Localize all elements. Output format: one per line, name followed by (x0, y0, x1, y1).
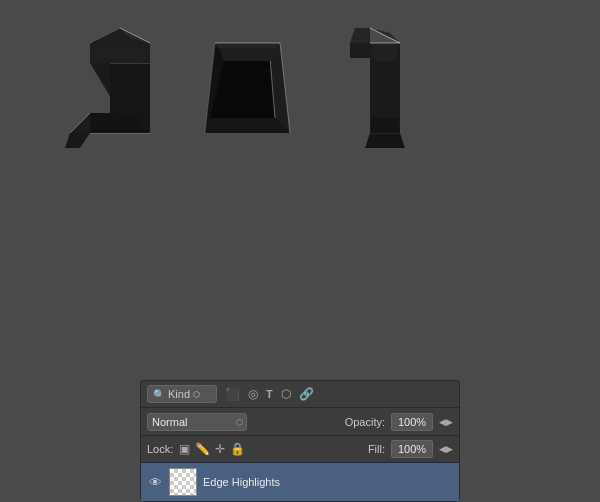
lock-fill-row: Lock: ▣ ✏️ ✛ 🔒 Fill: 100% ◀▶ (141, 436, 459, 463)
visibility-toggle[interactable]: 👁 (147, 475, 163, 490)
lock-icons-group: ▣ ✏️ ✛ 🔒 (179, 442, 245, 456)
svg-marker-39 (370, 118, 400, 133)
layer-name: Edge Highlights (203, 476, 453, 488)
search-icon: 🔍 (153, 389, 165, 400)
lock-image-icon[interactable]: ✏️ (195, 442, 210, 456)
opacity-value[interactable]: 100% (391, 413, 433, 431)
kind-dropdown-arrow: ⬡ (193, 390, 200, 399)
svg-line-33 (370, 28, 400, 43)
smart-filter-icon[interactable]: 🔗 (299, 387, 314, 401)
svg-marker-13 (65, 133, 90, 148)
art-canvas (60, 23, 540, 263)
kind-label: Kind (168, 388, 190, 400)
svg-marker-20 (205, 118, 290, 133)
blend-mode-select[interactable]: Normal Dissolve Multiply Screen Overlay … (147, 413, 247, 431)
canvas-area (0, 0, 600, 285)
layer-item[interactable]: 👁 Edge Highlights (141, 463, 459, 501)
image-filter-icon[interactable]: ⬛ (225, 387, 240, 401)
layers-panel: 🔍 Kind ⬡ ⬛ ◎ T ⬡ 🔗 Normal Dissolve Multi… (140, 380, 460, 502)
layer-thumbnail (169, 468, 197, 496)
lock-position-icon[interactable]: ✛ (215, 442, 225, 456)
svg-marker-35 (95, 48, 145, 58)
lock-all-icon[interactable]: 🔒 (230, 442, 245, 456)
kind-filter[interactable]: 🔍 Kind ⬡ (147, 385, 217, 403)
svg-marker-31 (365, 133, 405, 148)
shape-filter-icon[interactable]: ⬡ (281, 387, 291, 401)
blend-opacity-row: Normal Dissolve Multiply Screen Overlay … (141, 408, 459, 436)
opacity-label: Opacity: (345, 416, 385, 428)
svg-marker-37 (220, 48, 275, 61)
blend-mode-wrapper[interactable]: Normal Dissolve Multiply Screen Overlay … (147, 412, 247, 431)
opacity-stepper[interactable]: ◀▶ (439, 417, 453, 427)
lock-pixels-icon[interactable]: ▣ (179, 442, 190, 456)
svg-marker-38 (372, 48, 398, 61)
svg-marker-29 (350, 28, 370, 43)
fill-value[interactable]: 100% (391, 440, 433, 458)
filter-icons: ⬛ ◎ T ⬡ 🔗 (225, 387, 314, 401)
type-filter-icon[interactable]: T (266, 388, 273, 400)
fill-stepper[interactable]: ◀▶ (439, 444, 453, 454)
adjustment-filter-icon[interactable]: ◎ (248, 387, 258, 401)
fill-label: Fill: (368, 443, 385, 455)
svg-marker-36 (95, 118, 145, 133)
lock-label: Lock: (147, 443, 173, 455)
filter-row: 🔍 Kind ⬡ ⬛ ◎ T ⬡ 🔗 (141, 381, 459, 408)
